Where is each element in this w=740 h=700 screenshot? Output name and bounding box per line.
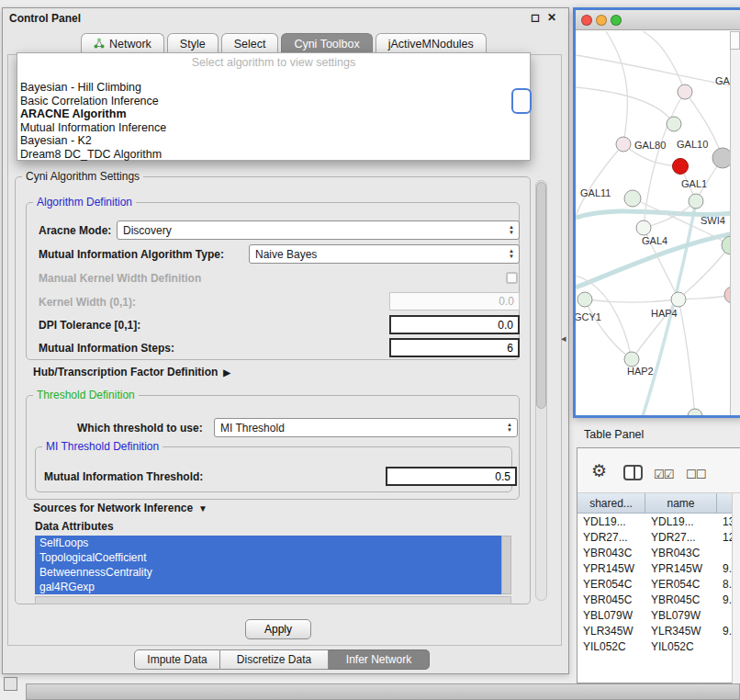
panel-collapse-arrow-icon[interactable]: ◂ <box>561 333 566 344</box>
network-node[interactable] <box>667 117 681 131</box>
discretize-data-tab[interactable]: Discretize Data <box>220 649 329 670</box>
network-node[interactable] <box>624 190 641 207</box>
tab-label: Network <box>109 38 151 51</box>
algorithm-definition-legend: Algorithm Definition <box>33 196 136 209</box>
table-panel-title: Table Panel <box>584 428 644 441</box>
cyni-algorithm-settings-legend: Cyni Algorithm Settings <box>22 170 143 183</box>
manual-kernel-label: Manual Kernel Width Definition <box>39 272 201 285</box>
network-graph-canvas[interactable]: GAL80 GAL10 GAL11 GAL1 SWI4 GAL4 GCY1 HA… <box>576 31 740 415</box>
network-node[interactable] <box>577 292 592 307</box>
table-row[interactable]: YDR27...YDR27...12 <box>577 529 740 545</box>
mi-threshold-input[interactable] <box>386 467 517 486</box>
algorithm-dropdown-placeholder: Select algorithm to view settings <box>17 53 530 72</box>
combo-value: Discovery <box>123 224 172 237</box>
network-vscrollbar[interactable] <box>730 31 740 415</box>
kernel-width-label: Kernel Width (0,1): <box>39 296 136 309</box>
control-panel-title: Control Panel <box>9 12 81 25</box>
tab-style[interactable]: Style <box>167 33 219 54</box>
algorithm-option[interactable]: Bayesian - K2 <box>17 134 530 148</box>
collapsed-bottom-panel[interactable] <box>26 683 740 700</box>
combo-focus-ring <box>511 88 532 114</box>
mi-steps-label: Mutual Information Steps: <box>39 342 174 355</box>
columns-icon[interactable] <box>623 465 643 480</box>
control-panel-tabbar: Network Style Select Cyni Toolbox jActiv… <box>81 33 489 54</box>
select-all-checkboxes-icon[interactable]: ☑☑ <box>654 468 673 481</box>
combo-arrows-icon: ▲▼ <box>505 423 514 433</box>
algorithm-option[interactable]: Basic Correlation Inference <box>17 95 530 108</box>
table-row[interactable]: YPR145WYPR145W9. <box>577 560 740 576</box>
kernel-width-input[interactable] <box>389 292 520 310</box>
tab-label: Style <box>180 38 206 51</box>
algorithm-option[interactable]: Mutual Information Inference <box>17 121 530 135</box>
column-header[interactable]: shared... <box>577 493 645 513</box>
column-header[interactable]: name <box>645 493 717 513</box>
mac-zoom-button[interactable] <box>611 15 622 26</box>
table-vscrollbar[interactable] <box>732 493 740 683</box>
algorithm-option[interactable]: Bayesian - Hill Climbing <box>17 81 530 95</box>
chevron-right-icon: ▶ <box>223 367 230 378</box>
network-node[interactable] <box>688 409 702 415</box>
node-label: GCY1 <box>576 311 601 322</box>
table-row[interactable]: YBL079WYBL079W <box>577 607 740 623</box>
table-row[interactable]: YLR345WYLR345W9. <box>577 623 740 638</box>
table-row[interactable]: YBR043CYBR043C <box>577 545 740 560</box>
combo-arrows-icon: ▲▼ <box>507 249 516 259</box>
algorithm-dropdown-items: Bayesian - Hill Climbing Basic Correlati… <box>17 81 530 162</box>
table-row[interactable]: YBR045CYBR045C9. <box>577 592 740 607</box>
mi-type-select[interactable]: Naive Bayes ▲▼ <box>249 244 520 264</box>
algorithm-dropdown-popup: Select algorithm to view settings Bayesi… <box>17 52 531 161</box>
aracne-mode-select[interactable]: Discovery ▲▼ <box>117 220 520 240</box>
attribute-list-vscrollbar[interactable] <box>501 536 511 594</box>
settings-scrollbar-thumb[interactable] <box>536 182 546 409</box>
mi-steps-input[interactable] <box>389 338 520 357</box>
hub-section-label: Hub/Transcription Factor Definition <box>33 366 218 378</box>
sources-label: Sources for Network Inference <box>33 502 193 514</box>
node-label: SWI4 <box>701 215 725 226</box>
threshold-definition-legend: Threshold Definition <box>33 389 139 401</box>
node-label: HAP4 <box>651 308 678 319</box>
mac-close-button[interactable] <box>581 15 592 26</box>
network-node[interactable] <box>678 85 692 99</box>
gear-icon[interactable]: ⚙ <box>591 460 607 481</box>
table-row[interactable]: YDL19...YDL19...13 <box>577 514 740 529</box>
attribute-list-hscrollbar[interactable] <box>35 596 511 604</box>
table-row[interactable]: YIL052CYIL052C <box>577 638 740 654</box>
network-icon <box>94 38 105 51</box>
docked-panel-icon[interactable] <box>4 677 17 691</box>
manual-kernel-checkbox[interactable] <box>506 272 518 284</box>
table-row[interactable]: YER054CYER054C8. <box>577 576 740 592</box>
close-window-icon[interactable]: ✕ <box>547 11 556 24</box>
tab-select[interactable]: Select <box>221 33 279 54</box>
hub-section-header[interactable]: Hub/Transcription Factor Definition▶ <box>33 366 230 378</box>
network-node[interactable] <box>671 292 686 307</box>
tab-cyni-toolbox[interactable]: Cyni Toolbox <box>281 33 372 54</box>
tab-label: Cyni Toolbox <box>294 38 359 51</box>
impute-data-tab[interactable]: Impute Data <box>134 649 220 670</box>
dpi-tolerance-input[interactable] <box>389 315 520 334</box>
attribute-list-item[interactable]: TopologicalCoefficient <box>35 550 501 565</box>
attribute-list-item[interactable]: BetweennessCentrality <box>35 565 501 580</box>
which-threshold-select[interactable]: MI Threshold ▲▼ <box>214 418 518 437</box>
mi-threshold-legend: MI Threshold Definition <box>42 440 163 453</box>
chevron-down-icon: ▼ <box>198 503 207 514</box>
float-window-icon[interactable]: ◻ <box>531 11 540 24</box>
network-node[interactable] <box>689 194 703 209</box>
which-threshold-label: Which threshold to use: <box>77 422 203 435</box>
attribute-list-item[interactable]: gal4RGexp <box>35 580 501 594</box>
apply-button[interactable]: Apply <box>245 619 311 639</box>
network-node[interactable] <box>636 220 651 235</box>
deselect-all-checkboxes-icon[interactable]: ☐☐ <box>686 468 705 481</box>
tab-network[interactable]: Network <box>81 33 164 54</box>
network-node[interactable] <box>624 352 639 367</box>
network-node[interactable] <box>616 137 631 152</box>
attribute-list-item[interactable]: SelfLoops <box>35 536 501 550</box>
tab-jactivemnodules[interactable]: jActiveMNodules <box>376 33 487 54</box>
table-body: YDL19...YDL19...13 YDR27...YDR27...12 YB… <box>577 514 740 654</box>
algorithm-option-selected[interactable]: ARACNE Algorithm <box>17 107 530 121</box>
network-node-red[interactable] <box>673 159 689 175</box>
infer-network-tab[interactable]: Infer Network <box>329 649 430 670</box>
algorithm-option[interactable]: Dream8 DC_TDC Algorithm <box>17 148 530 162</box>
mac-minimize-button[interactable] <box>596 15 607 26</box>
network-scroll-button[interactable] <box>730 31 740 50</box>
sources-section-header[interactable]: Sources for Network Inference▼ <box>33 502 207 514</box>
